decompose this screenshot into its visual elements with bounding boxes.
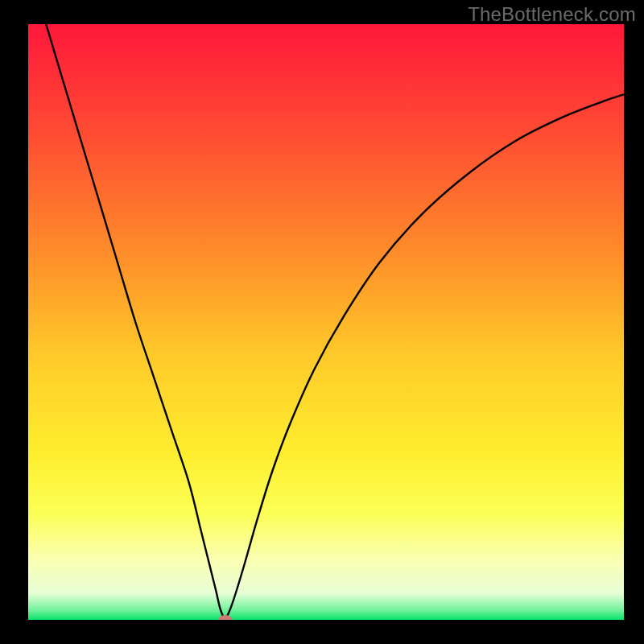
chart-frame: TheBottleneck.com (0, 0, 644, 644)
plot-area (28, 24, 624, 620)
chart-background (28, 24, 624, 620)
watermark-text: TheBottleneck.com (468, 3, 636, 26)
chart-svg (28, 24, 624, 620)
